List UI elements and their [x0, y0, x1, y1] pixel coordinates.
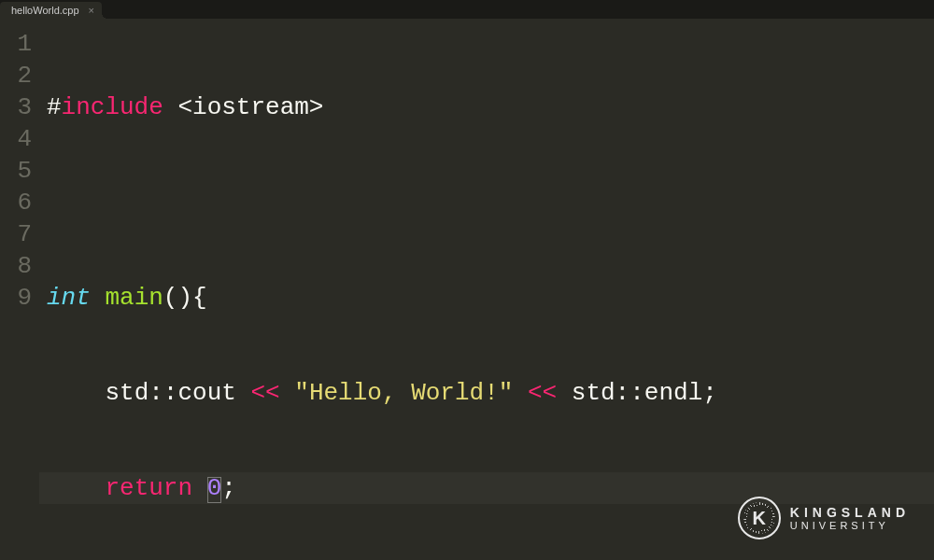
line-number: 8	[0, 250, 39, 282]
watermark-logo: K KINGSLAND UNIVERSITY	[738, 497, 910, 539]
logo-text: KINGSLAND UNIVERSITY	[790, 505, 910, 531]
line-number: 7	[0, 218, 39, 250]
code-line: std::cout << "Hello, World!" << std::end…	[39, 377, 934, 409]
code-line: int main(){	[39, 282, 934, 314]
close-icon[interactable]: ×	[89, 6, 94, 16]
line-number: 2	[0, 60, 39, 91]
line-number: 6	[0, 187, 39, 218]
logo-subtitle: UNIVERSITY	[790, 520, 910, 531]
line-gutter: 1 2 3 4 5 6 7 8 9	[0, 19, 39, 560]
code-content[interactable]: #include <iostream> int main(){ std::cou…	[39, 19, 934, 560]
logo-circle-icon: K	[738, 497, 781, 539]
tab-filename: helloWorld.cpp	[11, 5, 79, 16]
line-number: 1	[0, 28, 39, 60]
editor-area: 1 2 3 4 5 6 7 8 9 #include <iostream> in…	[0, 19, 934, 560]
line-number: 5	[0, 155, 39, 187]
code-line: #include <iostream>	[39, 91, 934, 123]
line-number: 3	[0, 91, 39, 123]
file-tab[interactable]: helloWorld.cpp ×	[0, 2, 102, 19]
tab-bar: helloWorld.cpp ×	[0, 0, 934, 19]
line-number: 9	[0, 282, 39, 314]
logo-name: KINGSLAND	[790, 505, 910, 520]
line-number: 4	[0, 123, 39, 155]
code-line	[39, 187, 934, 218]
logo-letter: K	[753, 508, 766, 529]
